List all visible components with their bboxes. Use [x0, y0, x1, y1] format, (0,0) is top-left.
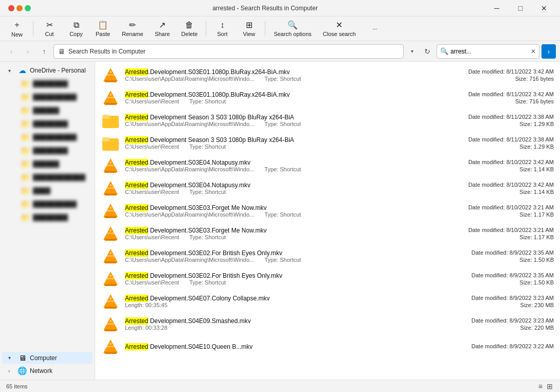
sidebar-item-computer[interactable]: ▾ 🖥 Computer: [2, 352, 93, 364]
file-item[interactable]: Arrested Development.S03E03.Forget Me No…: [95, 200, 560, 222]
file-item[interactable]: Arrested Development.S03E04.Notapusy.mkv…: [95, 177, 560, 200]
delete-button[interactable]: 🗑 Delete: [176, 19, 203, 39]
path-text: Search Results in Computer: [68, 48, 146, 55]
close-button[interactable]: ✕: [532, 0, 556, 16]
view-controls: ≡ ⊞: [537, 381, 554, 391]
file-item[interactable]: Arrested.Development.S03E01.1080p.BluRay…: [95, 86, 560, 109]
window-controls: ─ □ ✕: [485, 0, 556, 16]
search-input[interactable]: [450, 48, 529, 55]
address-path-box[interactable]: 🖥 Search Results in Computer: [53, 44, 404, 59]
svg-rect-13: [104, 171, 117, 173]
sidebar-subitem-8[interactable]: 📁 ████████████: [2, 171, 93, 184]
file-path-text: C:\Users\user\AppData\Roaming\Microsoft\…: [125, 121, 254, 127]
svg-rect-38: [104, 300, 117, 302]
svg-rect-33: [104, 284, 117, 286]
search-options-icon: 🔍: [287, 20, 298, 30]
content-area: Arrested.Development.S03E01.1080p.BluRay…: [95, 62, 560, 380]
view-button[interactable]: ⊞ View: [236, 18, 262, 39]
file-size: Size: 716 bytes: [441, 76, 554, 82]
folder-icon-2: 📁: [21, 93, 30, 102]
vlc-file-icon: [101, 66, 120, 84]
sidebar-subitem-1[interactable]: 📁 ████████: [2, 78, 93, 90]
more-button[interactable]: ···: [362, 24, 388, 34]
file-length-text: Length: 00:35:45: [125, 302, 168, 308]
copy-button[interactable]: ⧉ Copy: [63, 19, 89, 39]
sidebar-subitem-7[interactable]: 📁 ██████: [2, 158, 93, 170]
rename-button[interactable]: ✏ Rename: [117, 18, 149, 39]
expand-icon: ▾: [8, 68, 14, 74]
close-search-button[interactable]: ✕ Close search: [318, 18, 361, 39]
sidebar-item-network[interactable]: › 🌐 Network: [2, 365, 93, 377]
file-name: Arrested.Development.S03E01.1080p.BluRay…: [125, 68, 441, 76]
svg-rect-9: [102, 115, 110, 119]
file-size: Size: 1.50 KB: [441, 257, 554, 263]
file-date: Date modified: 8/9/2022 3:22 AM: [441, 343, 554, 349]
file-meta: Date modified: 8/11/2022 3:42 AM Size: 7…: [441, 91, 554, 104]
file-info: Arrested.Development.S03E01.1080p.BluRay…: [125, 68, 441, 82]
svg-point-31: [110, 252, 112, 254]
sort-button[interactable]: ↕ Sort: [209, 19, 235, 39]
svg-point-27: [110, 229, 112, 231]
sidebar-subitem-4[interactable]: 📁 ████████: [2, 118, 93, 130]
close-search-icon: ✕: [336, 20, 342, 30]
sidebar-subitem-10[interactable]: 📁 ██████████: [2, 198, 93, 210]
file-name: Arrested Development.S04E09.Smashed.mkv: [125, 317, 441, 325]
cut-button[interactable]: ✂ Cut: [37, 18, 62, 39]
file-item[interactable]: Arrested Development.S03E04.Notapusy.mkv…: [95, 154, 560, 177]
up-button[interactable]: ↑: [37, 44, 51, 59]
file-name: Arrested Development.S03E02.For British …: [125, 250, 441, 257]
file-item[interactable]: Arrested Development Season 3 S03 1080p …: [95, 109, 560, 132]
file-item[interactable]: Arrested Development.S04E07.Colony Colla…: [95, 290, 560, 313]
file-item[interactable]: Arrested Development Season 3 S03 1080p …: [95, 132, 560, 154]
folder-icon-11: 📁: [21, 213, 30, 222]
paste-button[interactable]: 📋 Paste: [90, 18, 116, 39]
svg-rect-2: [104, 74, 117, 76]
new-button[interactable]: ＋ New: [4, 17, 30, 40]
back-button[interactable]: ‹: [4, 44, 19, 59]
file-meta: Date modified: 8/11/2022 3:38 AM Size: 1…: [441, 136, 554, 150]
file-date: Date modified: 8/11/2022 3:38 AM: [441, 136, 554, 142]
grid-view-button[interactable]: ⊞: [546, 381, 554, 391]
file-item[interactable]: Arrested Development.S03E02.For British …: [95, 245, 560, 268]
folder-file-icon: [101, 111, 120, 130]
svg-point-7: [110, 94, 112, 96]
file-item[interactable]: Arrested Development.S03E02.For British …: [95, 268, 560, 290]
maximize-button[interactable]: □: [509, 0, 532, 16]
search-options-button[interactable]: 🔍 Search options: [268, 18, 316, 39]
svg-rect-46: [104, 346, 117, 347]
address-dropdown-button[interactable]: ▾: [406, 44, 418, 59]
file-info: Arrested Development.S04E07.Colony Colla…: [125, 295, 441, 308]
svg-rect-6: [104, 97, 117, 98]
file-item[interactable]: Arrested.Development.S03E01.1080p.BluRay…: [95, 64, 560, 86]
search-box: 🔍 ✕: [437, 44, 539, 59]
file-item[interactable]: Arrested Development.S04E09.Smashed.mkvL…: [95, 313, 560, 335]
sidebar-subitem-6[interactable]: 📁 ████████: [2, 145, 93, 157]
folder-icon-1: 📁: [21, 79, 30, 88]
refresh-button[interactable]: ↻: [420, 44, 435, 59]
file-name: Arrested Development.S03E02.For British …: [125, 272, 441, 279]
file-size: Size: 716 bytes: [441, 98, 554, 104]
file-path: C:\Users\user\AppData\Roaming\Microsoft\…: [125, 121, 441, 127]
sidebar-subitem-2[interactable]: 📁 ██████████: [2, 91, 93, 103]
sidebar-subitem-11[interactable]: 📁 ████████: [2, 211, 93, 224]
sidebar-subitem-3[interactable]: 📁 ██████: [2, 104, 93, 117]
svg-rect-41: [104, 329, 117, 331]
share-button[interactable]: ↗ Share: [150, 18, 175, 39]
file-item[interactable]: Arrested Development.S04E10.Queen B...mk…: [95, 335, 560, 358]
file-meta: Date modified: 8/9/2022 3:22 AM: [441, 343, 554, 350]
vlc-file-icon: [101, 270, 120, 288]
details-view-button[interactable]: ≡: [537, 381, 544, 391]
minimize-button[interactable]: ─: [485, 0, 509, 16]
file-item[interactable]: Arrested Development.S03E03.Forget Me No…: [95, 222, 560, 245]
search-go-button[interactable]: ›: [541, 44, 556, 59]
file-name: Arrested Development.S04E07.Colony Colla…: [125, 295, 441, 302]
forward-button[interactable]: ›: [21, 44, 35, 59]
sidebar-subitem-9[interactable]: 📁 ████: [2, 185, 93, 197]
search-highlight: Arrested: [125, 250, 148, 257]
search-clear-button[interactable]: ✕: [531, 48, 536, 55]
sidebar-subitem-5[interactable]: 📁 ██████████: [2, 131, 93, 144]
sidebar-item-onedrive[interactable]: ▾ ☁ OneDrive - Personal: [2, 64, 93, 77]
file-size: Size: 1.17 KB: [441, 234, 554, 240]
file-date: Date modified: 8/10/2022 3:42 AM: [441, 159, 554, 165]
file-date: Date modified: 8/9/2022 3:35 AM: [441, 272, 554, 278]
